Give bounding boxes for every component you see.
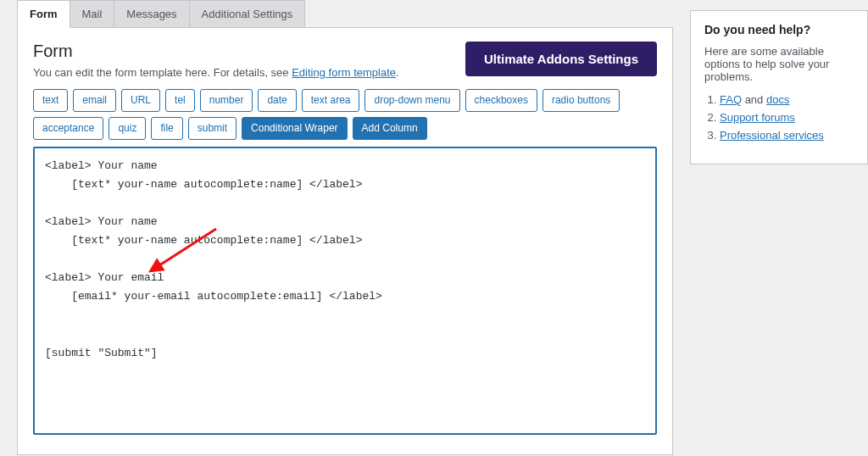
help-intro: Here are some available options to help … [704,45,854,83]
tag-file-button[interactable]: file [151,117,182,140]
help-item-1-middle: and [742,93,766,106]
docs-link[interactable]: docs [766,93,789,106]
professional-services-link[interactable]: Professional services [720,129,824,142]
tag-date-button[interactable]: date [258,89,296,112]
tag-generator-row: text email URL tel number date text area… [33,89,657,140]
editing-form-template-link[interactable]: Editing form template [292,66,396,79]
tabs: Form Mail Messages Additional Settings [17,0,673,28]
tag-radio-button[interactable]: radio buttons [542,89,620,112]
panel-title: Form [33,42,399,61]
tag-quiz-button[interactable]: quiz [108,117,146,140]
form-panel: Form You can edit the form template here… [17,27,673,455]
ultimate-addons-settings-button[interactable]: Ultimate Addons Settings [465,42,657,76]
faq-link[interactable]: FAQ [720,93,742,106]
tag-add-column-button[interactable]: Add Column [353,117,427,140]
tag-submit-button[interactable]: submit [188,117,236,140]
tag-checkboxes-button[interactable]: checkboxes [465,89,537,112]
tab-form[interactable]: Form [17,0,70,28]
help-item-3: Professional services [720,129,854,142]
tab-additional-settings[interactable]: Additional Settings [190,0,306,28]
panel-desc-text: You can edit the form template here. For… [33,66,292,79]
tag-tel-button[interactable]: tel [165,89,195,112]
form-template-editor[interactable] [33,147,657,435]
support-forums-link[interactable]: Support forums [720,111,795,124]
tag-email-button[interactable]: email [73,89,116,112]
panel-desc-suffix: . [396,66,399,79]
tab-messages[interactable]: Messages [114,0,189,28]
tag-conditional-wraper-button[interactable]: Conditional Wraper [242,117,348,140]
tag-url-button[interactable]: URL [121,89,160,112]
help-item-1: FAQ and docs [720,93,854,106]
tab-mail[interactable]: Mail [70,0,115,28]
help-links-list: FAQ and docs Support forums Professional… [704,93,854,142]
tag-dropdown-button[interactable]: drop-down menu [364,89,459,112]
help-sidebar: Do you need help? Here are some availabl… [690,10,868,164]
help-item-2: Support forums [720,111,854,124]
tag-text-button[interactable]: text [33,89,68,112]
tag-number-button[interactable]: number [200,89,253,112]
panel-description: You can edit the form template here. For… [33,66,399,79]
tag-acceptance-button[interactable]: acceptance [33,117,103,140]
help-title: Do you need help? [704,23,854,36]
tag-textarea-button[interactable]: text area [302,89,360,112]
